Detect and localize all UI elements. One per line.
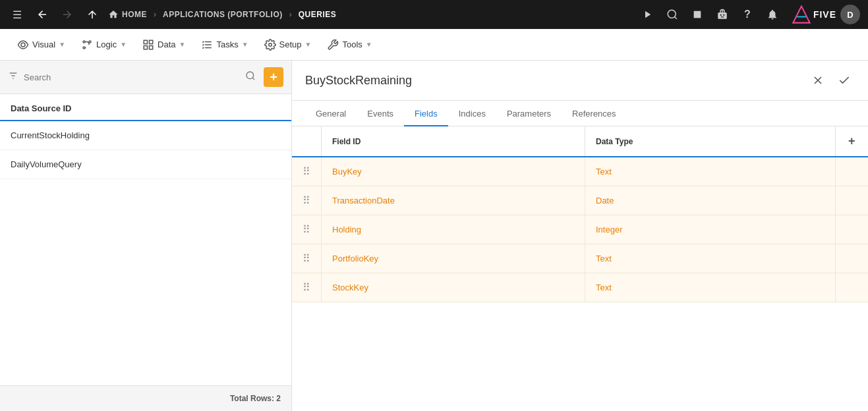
app-breadcrumb[interactable]: APPLICATIONS (PORTFOLIO) [163, 10, 283, 19]
data-type-cell: Date [585, 186, 836, 215]
home-label: HOME [122, 10, 147, 19]
svg-rect-14 [150, 45, 153, 49]
tabs-bar: General Events Fields Indices Parameters… [292, 101, 868, 126]
panel-header: BuyStockRemaining [292, 61, 868, 101]
list-header: Data Source ID [0, 94, 291, 121]
row-action-cell [835, 215, 868, 244]
setup-label: Setup [279, 40, 302, 49]
svg-point-0 [668, 10, 676, 18]
toolbar-item-tools[interactable]: Tools ▼ [320, 35, 378, 55]
svg-marker-5 [793, 6, 809, 22]
row-action-cell [835, 157, 868, 186]
toolbar-item-setup[interactable]: Setup ▼ [258, 35, 318, 55]
svg-point-4 [723, 14, 724, 16]
home-breadcrumb[interactable]: HOME [108, 9, 147, 20]
tab-indices[interactable]: Indices [448, 101, 496, 126]
stop-icon[interactable] [687, 4, 708, 25]
add-col-header[interactable]: + [835, 126, 868, 157]
table-row: ⠿ PortfolioKey Text [292, 244, 868, 273]
row-action-cell [835, 186, 868, 215]
search-icon[interactable] [245, 70, 256, 84]
tasks-arrow: ▼ [242, 41, 248, 48]
toolbar-item-logic[interactable]: Logic ▼ [74, 35, 133, 55]
drag-col-header [292, 126, 322, 157]
list-item[interactable]: DailyVolumeQuery [0, 150, 291, 179]
svg-rect-2 [718, 13, 727, 19]
main-container: + Data Source ID CurrentStockHolding Dai… [0, 61, 868, 411]
queries-breadcrumb[interactable]: QUERIES [299, 10, 337, 19]
logic-arrow: ▼ [120, 41, 127, 48]
table-row: ⠿ StockKey Text [292, 273, 868, 302]
svg-point-10 [83, 47, 85, 49]
search-circle-icon[interactable] [662, 4, 683, 25]
svg-point-18 [268, 43, 272, 46]
tab-parameters[interactable]: Parameters [496, 101, 562, 126]
top-nav-right: ? FIVE D [637, 4, 860, 25]
five-text: FIVE [813, 9, 836, 20]
list-item[interactable]: CurrentStockHolding [0, 121, 291, 150]
user-avatar[interactable]: D [840, 5, 860, 24]
tab-references[interactable]: References [562, 101, 626, 126]
svg-point-9 [89, 41, 91, 43]
help-icon[interactable]: ? [737, 4, 758, 25]
left-panel: + Data Source ID CurrentStockHolding Dai… [0, 61, 292, 411]
data-type-cell: Text [585, 244, 836, 273]
data-type-cell: Text [585, 157, 836, 186]
drag-handle[interactable]: ⠿ [292, 186, 322, 215]
play-icon[interactable] [637, 4, 658, 25]
field-id-cell: TransactionDate [322, 186, 585, 215]
visual-label: Visual [32, 40, 55, 49]
svg-rect-1 [694, 11, 701, 18]
tab-fields[interactable]: Fields [404, 101, 448, 126]
data-arrow: ▼ [179, 41, 186, 48]
queries-label: QUERIES [299, 10, 337, 19]
forward-icon[interactable] [58, 5, 76, 24]
search-input[interactable] [24, 72, 240, 82]
breadcrumb-arrow-2: › [289, 10, 292, 19]
add-button[interactable]: + [264, 67, 283, 87]
list-items: CurrentStockHolding DailyVolumeQuery [0, 121, 291, 385]
svg-point-3 [720, 14, 722, 16]
search-bar: + [0, 61, 291, 94]
field-id-cell: Holding [322, 215, 585, 244]
tab-general[interactable]: General [305, 101, 357, 126]
top-nav: ☰ HOME › APPLICATIONS (PORTFOLIO) › QUER… [0, 0, 868, 29]
toolbar-item-data[interactable]: Data ▼ [136, 35, 192, 55]
toolbar: Visual ▼ Logic ▼ Data ▼ Tasks ▼ Setup ▼ … [0, 29, 868, 61]
svg-point-7 [21, 43, 25, 47]
svg-rect-13 [144, 45, 147, 49]
drag-handle[interactable]: ⠿ [292, 273, 322, 302]
up-icon[interactable] [83, 5, 101, 24]
data-type-cell: Text [585, 273, 836, 302]
notification-icon[interactable] [762, 4, 783, 25]
robot-icon[interactable] [712, 4, 733, 25]
breadcrumb-arrow-1: › [154, 10, 156, 19]
fields-table: Field ID Data Type + ⠿ BuyKey Text [292, 126, 868, 302]
row-action-cell [835, 244, 868, 273]
panel-header-actions [807, 70, 855, 91]
setup-arrow: ▼ [305, 41, 312, 48]
drag-handle[interactable]: ⠿ [292, 215, 322, 244]
svg-point-22 [246, 72, 254, 79]
menu-icon[interactable]: ☰ [8, 5, 26, 24]
row-action-cell [835, 273, 868, 302]
toolbar-item-tasks[interactable]: Tasks ▼ [194, 35, 254, 55]
toolbar-item-visual[interactable]: Visual ▼ [11, 35, 72, 55]
close-panel-button[interactable] [807, 70, 828, 91]
logic-label: Logic [96, 40, 117, 49]
list-footer: Total Rows: 2 [0, 385, 291, 411]
visual-arrow: ▼ [59, 41, 65, 48]
confirm-panel-button[interactable] [834, 70, 855, 91]
five-logo-mark [792, 5, 811, 24]
panel-title: BuyStockRemaining [305, 74, 807, 88]
back-icon[interactable] [33, 5, 51, 24]
drag-handle[interactable]: ⠿ [292, 244, 322, 273]
list-header-text: Data Source ID [11, 103, 71, 113]
tab-events[interactable]: Events [357, 101, 404, 126]
data-type-col-header: Data Type [585, 126, 836, 157]
tasks-label: Tasks [216, 40, 238, 49]
filter-icon [8, 70, 18, 84]
right-panel: BuyStockRemaining General Events Fields … [292, 61, 868, 411]
drag-handle[interactable]: ⠿ [292, 157, 322, 186]
tools-label: Tools [342, 40, 362, 49]
